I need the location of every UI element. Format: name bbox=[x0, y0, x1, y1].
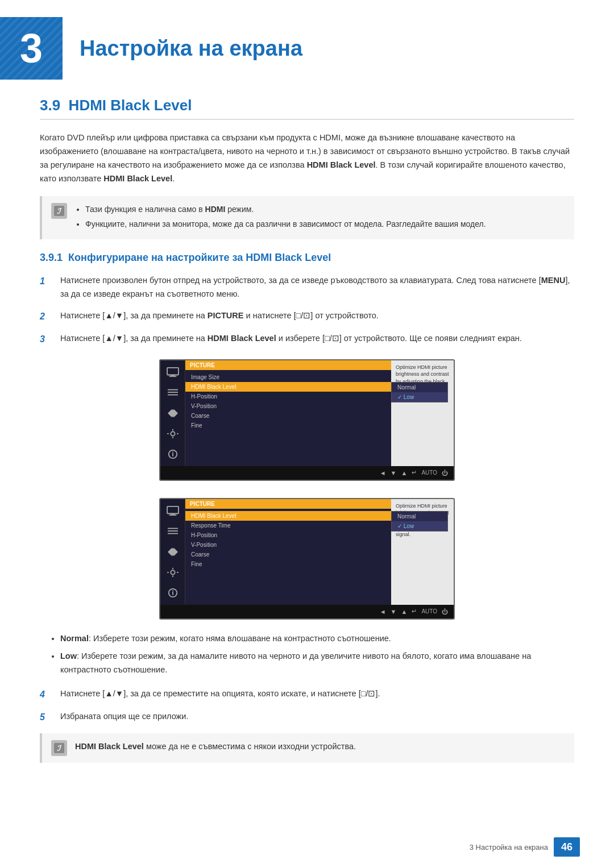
menu-sidebar-2 bbox=[160, 499, 185, 605]
svg-rect-5 bbox=[168, 389, 178, 390]
menu-item-h-position: H-Position bbox=[185, 392, 391, 401]
option-normal: Normal: Изберете този режим, когато няма… bbox=[60, 632, 574, 646]
gear-icon-1 bbox=[165, 427, 181, 440]
svg-rect-4 bbox=[169, 376, 176, 377]
chapter-number-box: 3 bbox=[0, 17, 63, 80]
page-number-box: 46 bbox=[554, 837, 580, 857]
gear-icon-2 bbox=[165, 566, 181, 579]
subsection-heading: 3.9.1 Конфигуриране на настройките за HD… bbox=[40, 252, 574, 264]
step-4-number: 4 bbox=[40, 687, 57, 702]
down-arrow-icon-1: ▼ bbox=[391, 470, 397, 476]
step-1: 1 Натиснете произволен бутон отпред на у… bbox=[40, 274, 574, 301]
svg-rect-15 bbox=[167, 433, 169, 434]
svg-rect-37 bbox=[172, 590, 173, 591]
svg-rect-13 bbox=[172, 429, 173, 430]
option-low: Low: Изберете този режим, за да намалите… bbox=[60, 650, 574, 677]
menu-item-coarse-2: Coarse bbox=[185, 550, 391, 559]
menu-item-h-position-2: H-Position bbox=[185, 530, 391, 540]
svg-marker-10 bbox=[168, 409, 172, 417]
note-icon: ℐ bbox=[51, 203, 67, 219]
footer-note-text: HDMI Black Level може да не е съвместима… bbox=[75, 740, 356, 754]
section-body-text: Когато DVD плейър или цифрова приставка … bbox=[40, 131, 574, 186]
menu-item-fine: Fine bbox=[185, 421, 391, 430]
menu-item-image-size: Image Size bbox=[185, 372, 391, 382]
page-footer: 3 Настройка на екрана 46 bbox=[470, 837, 580, 857]
submenu2-low[interactable]: ✓ Low bbox=[392, 521, 447, 531]
chapter-title: Настройка на екрана bbox=[80, 36, 302, 61]
menu-item-v-position: V-Position bbox=[185, 401, 391, 411]
svg-marker-11 bbox=[173, 409, 177, 417]
svg-marker-29 bbox=[173, 547, 177, 555]
monitor-screenshot-2: PICTURE HDMI Black Level Normal ✓ Low Re… bbox=[159, 498, 455, 620]
step-3-text: Натиснете [▲/▼], за да преминете на HDMI… bbox=[60, 332, 574, 346]
monitor-screenshot-1: PICTURE Image Size HDMI Black Level Norm… bbox=[159, 359, 455, 481]
svg-rect-6 bbox=[168, 392, 178, 393]
svg-rect-25 bbox=[168, 533, 178, 534]
svg-rect-36 bbox=[172, 592, 173, 595]
menu-item-hdmi-black-2[interactable]: HDMI Black Level Normal ✓ Low bbox=[185, 511, 391, 521]
options-list: Normal: Изберете този режим, когато няма… bbox=[40, 632, 574, 678]
section-heading: 3.9 HDMI Black Level bbox=[40, 97, 574, 120]
enter-icon-1: ↵ bbox=[412, 469, 417, 476]
menu-item-coarse: Coarse bbox=[185, 411, 391, 421]
svg-rect-20 bbox=[167, 506, 179, 513]
chapter-number: 3 bbox=[20, 25, 43, 72]
page-footer-text: 3 Настройка на екрана bbox=[470, 843, 548, 852]
footer-note-icon: ℐ bbox=[51, 740, 67, 756]
step-5-text: Избраната опция ще се приложи. bbox=[60, 710, 574, 724]
svg-rect-14 bbox=[172, 437, 173, 438]
step-3: 3 Натиснете [▲/▼], за да преминете на HD… bbox=[40, 332, 574, 347]
menu-items-1: Image Size HDMI Black Level Normal ✓ Low… bbox=[185, 370, 391, 433]
main-content: 3.9 HDMI Black Level Когато DVD плейър и… bbox=[0, 97, 614, 797]
monitor-bottom-2: ◄ ▼ ▲ ↵ AUTO ⏻ bbox=[160, 605, 454, 618]
svg-rect-23 bbox=[168, 528, 178, 529]
menu-header-1: PICTURE bbox=[185, 360, 391, 370]
svg-rect-19 bbox=[172, 451, 173, 452]
menu-items-2: HDMI Black Level Normal ✓ Low Response T… bbox=[185, 509, 391, 571]
svg-rect-22 bbox=[169, 514, 176, 516]
menu-header-2: PICTURE bbox=[185, 499, 391, 509]
monitor-bottom-1: ◄ ▼ ▲ ↵ AUTO ⏻ bbox=[160, 466, 454, 480]
info-icon-1 bbox=[165, 448, 181, 460]
svg-rect-34 bbox=[177, 572, 179, 573]
note-item-1: Тази функция е налична само в HDMI режим… bbox=[85, 203, 486, 215]
lines-icon-1 bbox=[165, 387, 181, 399]
note-box: ℐ Тази функция е налична само в HDMI реж… bbox=[40, 196, 574, 240]
svg-rect-2 bbox=[167, 367, 179, 375]
step-5: 5 Избраната опция ще се приложи. bbox=[40, 710, 574, 725]
monitor-icon-1 bbox=[165, 366, 181, 379]
enter-icon-2: ↵ bbox=[412, 608, 417, 615]
step-5-number: 5 bbox=[40, 710, 57, 725]
svg-rect-7 bbox=[168, 394, 178, 395]
svg-rect-32 bbox=[172, 575, 173, 577]
left-arrow-icon-2: ◄ bbox=[380, 608, 386, 615]
svg-marker-28 bbox=[168, 547, 172, 555]
submenu-low[interactable]: ✓ Low bbox=[392, 392, 447, 402]
auto-text-1: AUTO bbox=[421, 470, 437, 476]
monitor-content-area-2: PICTURE HDMI Black Level Normal ✓ Low Re… bbox=[160, 499, 454, 605]
submenu-1: Normal ✓ Low bbox=[391, 382, 448, 402]
arrows-icon-1 bbox=[165, 407, 181, 420]
menu-item-hdmi-black[interactable]: HDMI Black Level Normal ✓ Low bbox=[185, 382, 391, 392]
info-panel-1: Optimize HDMI picture brightness and con… bbox=[391, 360, 454, 466]
step-4-text: Натиснете [▲/▼], за да се преместите на … bbox=[60, 687, 574, 701]
auto-text-2: AUTO bbox=[421, 608, 437, 614]
up-arrow-icon-2: ▲ bbox=[401, 608, 408, 615]
screenshots-container: PICTURE Image Size HDMI Black Level Norm… bbox=[40, 359, 574, 620]
menu-list-area-1: PICTURE Image Size HDMI Black Level Norm… bbox=[185, 360, 391, 466]
svg-rect-24 bbox=[168, 530, 178, 531]
menu-item-v-position-2: V-Position bbox=[185, 540, 391, 550]
svg-rect-33 bbox=[167, 572, 169, 573]
step-2-text: Натиснете [▲/▼], за да преминете на PICT… bbox=[60, 309, 574, 323]
left-arrow-icon-1: ◄ bbox=[380, 470, 386, 476]
page-header: 3 Настройка на екрана bbox=[0, 0, 614, 91]
down-arrow-icon-2: ▼ bbox=[391, 608, 397, 615]
note-item-2: Функциите, налични за монитора, може да … bbox=[85, 218, 486, 230]
svg-point-30 bbox=[171, 570, 175, 574]
submenu2-normal[interactable]: Normal bbox=[392, 512, 447, 521]
svg-rect-16 bbox=[177, 433, 179, 434]
power-icon-1: ⏻ bbox=[442, 470, 448, 476]
step-2-number: 2 bbox=[40, 309, 57, 324]
submenu-normal[interactable]: Normal bbox=[392, 383, 447, 392]
step-3-number: 3 bbox=[40, 332, 57, 347]
